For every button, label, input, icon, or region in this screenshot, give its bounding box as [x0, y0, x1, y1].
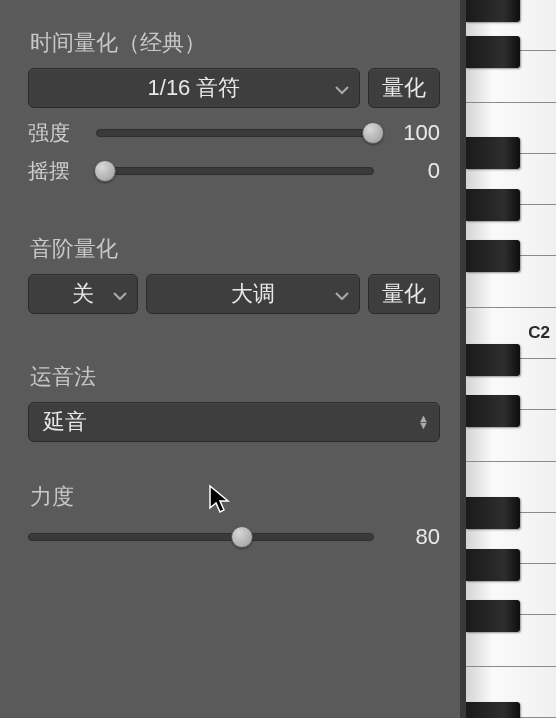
- chevron-down-icon: [113, 281, 127, 307]
- swing-slider[interactable]: [96, 167, 374, 175]
- articulation-value: 延音: [43, 407, 87, 437]
- black-key[interactable]: [466, 395, 520, 427]
- time-quantize-label: 时间量化（经典）: [28, 28, 440, 58]
- quantize-apply-button[interactable]: 量化: [368, 68, 440, 108]
- swing-value[interactable]: 0: [386, 158, 440, 184]
- chevron-down-icon: [335, 75, 349, 101]
- scale-type-value: 大调: [231, 279, 275, 309]
- black-key[interactable]: [466, 189, 520, 221]
- swing-slider-row: 摇摆 0: [28, 156, 440, 186]
- black-key[interactable]: [466, 36, 520, 68]
- black-key[interactable]: [466, 0, 520, 22]
- velocity-value[interactable]: 80: [386, 524, 440, 550]
- velocity-thumb[interactable]: [231, 526, 253, 548]
- strength-thumb[interactable]: [362, 122, 384, 144]
- swing-thumb[interactable]: [94, 160, 116, 182]
- velocity-section: 力度 80: [28, 482, 440, 552]
- black-key[interactable]: [466, 497, 520, 529]
- strength-label: 强度: [28, 119, 84, 147]
- scale-quantize-section: 音阶量化 关 大调 量化: [28, 234, 440, 314]
- articulation-select[interactable]: 延音 ▲▼: [28, 402, 440, 442]
- chevron-down-icon: [335, 281, 349, 307]
- piano-keyboard[interactable]: C2: [460, 0, 556, 718]
- velocity-label: 力度: [28, 482, 440, 512]
- swing-label: 摇摆: [28, 157, 84, 185]
- time-quantize-section: 时间量化（经典） 1/16 音符 量化 强度 100 摇摆 0: [28, 28, 440, 186]
- strength-value[interactable]: 100: [386, 120, 440, 146]
- black-key[interactable]: [466, 600, 520, 632]
- updown-icon: ▲▼: [418, 415, 429, 429]
- quantize-note-select[interactable]: 1/16 音符: [28, 68, 360, 108]
- scale-root-select[interactable]: 关: [28, 274, 138, 314]
- black-key[interactable]: [466, 702, 520, 718]
- black-key[interactable]: [466, 549, 520, 581]
- black-key[interactable]: [466, 137, 520, 169]
- strength-slider-row: 强度 100: [28, 118, 440, 148]
- quantize-note-value: 1/16 音符: [148, 73, 241, 103]
- scale-root-value: 关: [72, 279, 94, 309]
- inspector-panel: 时间量化（经典） 1/16 音符 量化 强度 100 摇摆 0: [0, 0, 460, 620]
- articulation-label: 运音法: [28, 362, 440, 392]
- scale-quantize-label: 音阶量化: [28, 234, 440, 264]
- black-key[interactable]: [466, 344, 520, 376]
- velocity-slider-row: 80: [28, 522, 440, 552]
- articulation-section: 运音法 延音 ▲▼: [28, 362, 440, 442]
- velocity-slider[interactable]: [28, 533, 374, 541]
- strength-slider[interactable]: [96, 129, 374, 137]
- scale-quantize-apply-button[interactable]: 量化: [368, 274, 440, 314]
- scale-type-select[interactable]: 大调: [146, 274, 360, 314]
- black-key[interactable]: [466, 240, 520, 272]
